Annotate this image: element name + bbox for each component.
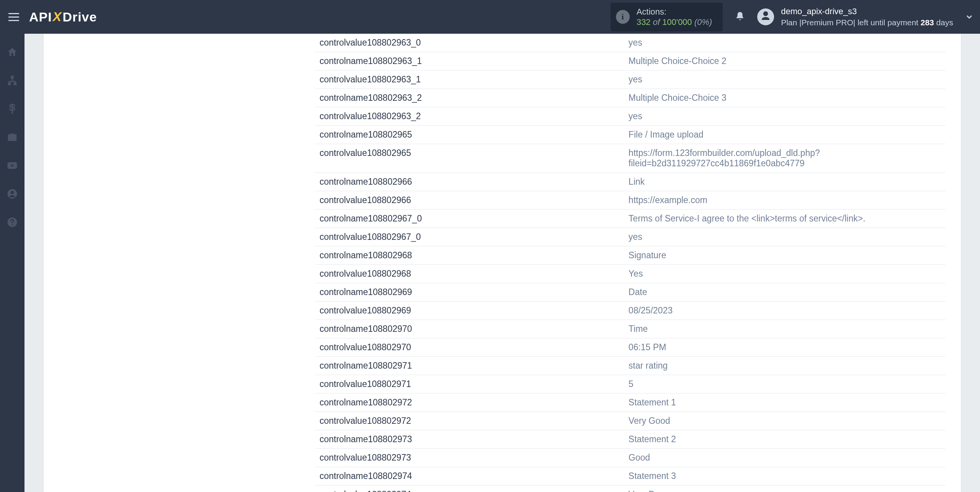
field-value: Good — [624, 449, 946, 467]
sitemap-icon — [7, 75, 18, 88]
field-value: Very Good — [624, 412, 946, 430]
field-value: Terms of Service-I agree to the <link>te… — [624, 210, 946, 228]
field-value: yes — [624, 107, 946, 126]
field-key: controlvalue108802963_2 — [315, 107, 624, 126]
field-key: controlname108802970 — [315, 320, 624, 338]
field-value: 08/25/2023 — [624, 302, 946, 320]
sidebar-item-account[interactable] — [5, 187, 20, 202]
plan-days-word: days — [936, 18, 953, 27]
table-row: controlname108802965File / Image upload — [315, 126, 946, 144]
field-value: yes — [624, 34, 946, 52]
logo-text-drive: Drive — [62, 10, 97, 25]
table-row: controlvalue108802966https://example.com — [315, 191, 946, 210]
data-table-wrap: controlvalue108802963_0yescontrolname108… — [315, 34, 961, 492]
field-value: yes — [624, 228, 946, 246]
table-row: controlname108802967_0Terms of Service-I… — [315, 210, 946, 228]
actions-label: Actions: — [637, 7, 712, 17]
sidebar-item-tutorials[interactable] — [5, 159, 20, 174]
table-row: controlname108802974Statement 3 — [315, 467, 946, 485]
table-row: controlvalue108802963_0yes — [315, 34, 946, 52]
chevron-down-icon — [965, 16, 974, 23]
content-area: controlvalue108802963_0yescontrolname108… — [24, 34, 980, 492]
field-key: controlvalue108802969 — [315, 302, 624, 320]
field-value: 5 — [624, 375, 946, 394]
table-row: controlvalue10880296908/25/2023 — [315, 302, 946, 320]
table-row: controlname108802971star rating — [315, 357, 946, 375]
field-key: controlname108802969 — [315, 283, 624, 302]
sidebar-item-connections[interactable] — [5, 74, 20, 89]
field-key: controlvalue108802970 — [315, 338, 624, 357]
field-key: controlvalue108802971 — [315, 375, 624, 394]
user-text: demo_apix-drive_s3 Plan |Premium PRO| le… — [781, 6, 953, 28]
briefcase-icon — [7, 131, 18, 144]
app-header: APIXDrive i Actions: 332 of 100'000 (0%)… — [0, 0, 980, 34]
youtube-icon — [7, 160, 18, 173]
field-value: Statement 3 — [624, 467, 946, 485]
table-row: controlvalue10880297006:15 PM — [315, 338, 946, 357]
field-key: controlvalue108802963_1 — [315, 71, 624, 89]
table-row: controlvalue108802968Yes — [315, 265, 946, 283]
sidebar-item-help[interactable] — [5, 215, 20, 231]
actions-text: Actions: 332 of 100'000 (0%) — [637, 7, 712, 28]
plan-mid: | left until payment — [853, 18, 918, 27]
field-value: Time — [624, 320, 946, 338]
plan-days-num: 283 — [921, 18, 934, 27]
field-key: controlname108802967_0 — [315, 210, 624, 228]
field-key: controlname108802966 — [315, 173, 624, 191]
table-row: controlvalue108802973Good — [315, 449, 946, 467]
logo[interactable]: APIXDrive — [29, 10, 97, 25]
field-key: controlvalue108802966 — [315, 191, 624, 210]
bell-icon — [735, 11, 745, 23]
table-row: controlvalue108802965https://form.123for… — [315, 144, 946, 173]
logo-text-api: API — [29, 10, 52, 25]
field-value: https://form.123formbuilder.com/upload_d… — [624, 144, 946, 173]
field-value: Statement 1 — [624, 394, 946, 412]
actions-total: 100'000 — [662, 17, 692, 27]
field-value: star rating — [624, 357, 946, 375]
field-key: controlname108802974 — [315, 467, 624, 485]
svg-rect-1 — [8, 82, 10, 84]
field-key: controlvalue108802974 — [315, 485, 624, 492]
field-key: controlname108802963_1 — [315, 52, 624, 71]
table-row: controlvalue108802974Very Poor — [315, 485, 946, 492]
notifications-button[interactable] — [734, 11, 746, 23]
field-value: Statement 2 — [624, 430, 946, 449]
field-key: controlvalue108802963_0 — [315, 34, 624, 52]
table-row: controlvalue108802967_0yes — [315, 228, 946, 246]
field-key: controlvalue108802967_0 — [315, 228, 624, 246]
field-key: controlvalue108802972 — [315, 412, 624, 430]
user-circle-icon — [7, 188, 18, 201]
actions-counter[interactable]: i Actions: 332 of 100'000 (0%) — [611, 3, 723, 31]
user-block[interactable]: demo_apix-drive_s3 Plan |Premium PRO| le… — [757, 6, 953, 28]
table-row: controlvalue108802963_1yes — [315, 71, 946, 89]
sidebar-item-marketplace[interactable] — [5, 130, 20, 146]
sidebar — [0, 34, 24, 492]
user-name: demo_apix-drive_s3 — [781, 6, 953, 17]
dollar-icon — [7, 103, 18, 116]
table-row: controlname108802970Time — [315, 320, 946, 338]
table-row: controlname108802973Statement 2 — [315, 430, 946, 449]
field-value: 06:15 PM — [624, 338, 946, 357]
table-row: controlvalue108802963_2yes — [315, 107, 946, 126]
svg-point-6 — [11, 191, 14, 194]
field-key: controlname108802965 — [315, 126, 624, 144]
field-key: controlname108802972 — [315, 394, 624, 412]
sidebar-item-home[interactable] — [5, 45, 20, 61]
sidebar-item-billing[interactable] — [5, 102, 20, 117]
table-row: controlvalue108802972Very Good — [315, 412, 946, 430]
field-key: controlname108802963_2 — [315, 89, 624, 107]
menu-toggle[interactable] — [6, 9, 21, 25]
user-menu-toggle[interactable] — [965, 12, 974, 21]
svg-point-8 — [12, 224, 13, 225]
actions-used: 332 — [637, 17, 651, 27]
field-value: Very Poor — [624, 485, 946, 492]
content-panel: controlvalue108802963_0yescontrolname108… — [44, 34, 961, 492]
plan-name: Premium PRO — [802, 18, 853, 27]
home-icon — [7, 46, 18, 59]
field-value: https://example.com — [624, 191, 946, 210]
field-value: Multiple Choice-Choice 3 — [624, 89, 946, 107]
actions-percent: (0%) — [694, 17, 712, 27]
field-key: controlname108802968 — [315, 246, 624, 265]
field-value-table: controlvalue108802963_0yescontrolname108… — [315, 34, 946, 492]
spacer-left — [44, 34, 315, 492]
